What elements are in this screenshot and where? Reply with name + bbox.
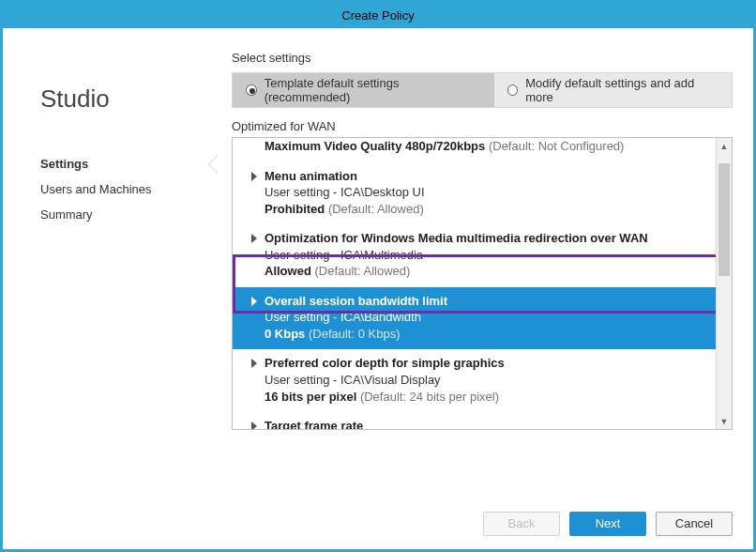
setting-default: (Default: Allowed)	[325, 202, 424, 216]
radio-template-default[interactable]: Template default settings (recommended)	[233, 73, 494, 107]
content-area: Studio Settings Users and Machines Summa…	[3, 28, 753, 498]
setting-title: Optimization for Windows Media multimedi…	[265, 230, 708, 247]
scroll-track[interactable]	[717, 154, 732, 413]
radio-icon	[507, 84, 519, 96]
setting-item-selected[interactable]: Overall session bandwidth limit User set…	[233, 287, 716, 350]
setting-value: 16 bits per pixel	[265, 390, 356, 404]
studio-title: Studio	[40, 84, 209, 114]
radio-label: Template default settings (recommended)	[265, 76, 481, 104]
settings-list-viewport[interactable]: Maximum Video Quality 480p/720kbps (Defa…	[233, 138, 716, 429]
expand-icon	[251, 422, 257, 429]
radio-label: Modify default settings and add more	[525, 76, 718, 104]
setting-value: Prohibited	[265, 202, 325, 216]
sidebar: Studio Settings Users and Machines Summa…	[3, 28, 209, 498]
setting-value: Allowed	[265, 264, 311, 278]
nav-item-settings[interactable]: Settings	[40, 151, 209, 176]
nav-item-summary[interactable]: Summary	[40, 202, 209, 227]
titlebar: Create Policy	[3, 3, 753, 28]
setting-sub: User setting - ICA\Multimedia	[265, 247, 708, 264]
setting-title: Target frame rate	[265, 418, 708, 429]
nav-caret-icon	[209, 155, 219, 174]
setting-item[interactable]: Optimization for Windows Media multimedi…	[233, 224, 716, 287]
setting-item[interactable]: Menu animation User setting - ICA\Deskto…	[233, 162, 716, 225]
nav-item-label: Users and Machines	[40, 182, 152, 196]
setting-value: 0 Kbps	[265, 327, 305, 341]
select-settings-label: Select settings	[232, 51, 733, 65]
setting-title: Maximum Video Quality 480p/720kbps	[265, 139, 485, 153]
cancel-button[interactable]: Cancel	[656, 512, 733, 536]
setting-default: (Default: 24 bits per pixel)	[356, 390, 499, 404]
scroll-up-button[interactable]: ▲	[717, 138, 732, 154]
nav-item-label: Settings	[40, 157, 88, 171]
setting-default: (Default: 0 Kbps)	[305, 327, 400, 341]
setting-item[interactable]: Preferred color depth for simple graphic…	[233, 349, 716, 412]
setting-default: (Default: Allowed)	[311, 264, 411, 278]
setting-title: Overall session bandwidth limit	[265, 293, 708, 310]
expand-icon	[251, 172, 257, 181]
expand-icon	[251, 359, 257, 368]
create-policy-window: Create Policy Studio Settings Users and …	[0, 0, 756, 552]
back-button: Back	[483, 512, 560, 536]
next-button[interactable]: Next	[569, 512, 646, 536]
setting-title: Menu animation	[265, 168, 708, 185]
window-title: Create Policy	[341, 8, 414, 23]
setting-sub: User setting - ICA\Bandwidth	[265, 309, 708, 326]
scroll-thumb[interactable]	[718, 163, 730, 276]
scroll-down-button[interactable]: ▼	[717, 413, 732, 429]
setting-item[interactable]: Maximum Video Quality 480p/720kbps (Defa…	[233, 138, 716, 162]
setting-sub: User setting - ICA\Desktop UI	[265, 184, 708, 201]
setting-sub: User setting - ICA\Visual Display	[265, 372, 708, 389]
expand-icon	[251, 234, 257, 243]
expand-icon	[251, 297, 257, 306]
main-panel: Select settings Template default setting…	[209, 28, 753, 498]
setting-default-inline: (Default: Not Configured)	[489, 139, 625, 153]
radio-icon	[246, 84, 257, 96]
scrollbar[interactable]: ▲ ▼	[716, 138, 732, 429]
optimized-for-wan-label: Optimized for WAN	[232, 119, 733, 133]
nav-item-label: Summary	[40, 207, 93, 222]
radio-modify-default[interactable]: Modify default settings and add more	[494, 73, 732, 107]
setting-title: Preferred color depth for simple graphic…	[265, 355, 708, 372]
wizard-footer: Back Next Cancel	[3, 498, 753, 549]
setting-item[interactable]: Target frame rate User setting - ICA\Vis…	[233, 412, 716, 429]
nav-item-users-machines[interactable]: Users and Machines	[40, 176, 209, 202]
settings-list: Maximum Video Quality 480p/720kbps (Defa…	[232, 137, 733, 430]
settings-mode-radio-group: Template default settings (recommended) …	[232, 72, 733, 108]
